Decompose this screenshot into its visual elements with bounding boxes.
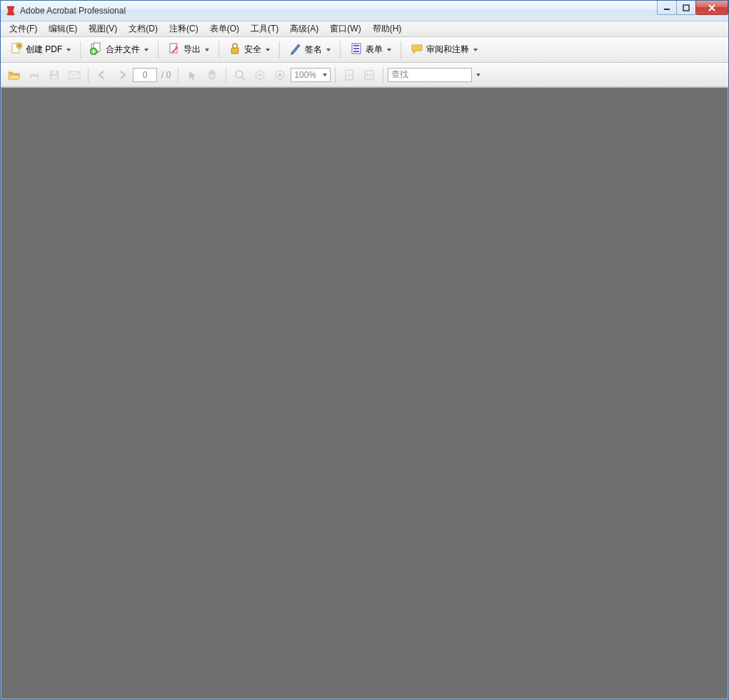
menu-document[interactable]: 文档(D) xyxy=(123,21,164,36)
combine-files-button[interactable]: 合并文件 xyxy=(85,40,154,60)
dropdown-icon xyxy=(205,49,209,51)
menu-file[interactable]: 文件(F) xyxy=(4,21,43,36)
svg-rect-10 xyxy=(353,45,359,46)
menubar: 文件(F) 编辑(E) 视图(V) 文档(D) 注释(C) 表单(O) 工具(T… xyxy=(1,21,728,37)
folder-open-icon xyxy=(8,69,21,81)
dropdown-icon xyxy=(266,49,270,51)
dropdown-icon xyxy=(323,74,327,76)
window-title: Adobe Acrobat Professional xyxy=(20,6,126,16)
export-icon xyxy=(168,42,181,57)
zoom-marquee-icon xyxy=(234,69,246,81)
hand-icon xyxy=(206,69,218,81)
sign-label: 签名 xyxy=(305,44,322,56)
arrow-right-icon xyxy=(117,70,127,80)
print-button[interactable] xyxy=(25,66,44,84)
forms-label: 表单 xyxy=(366,44,383,56)
sign-button[interactable]: 签名 xyxy=(284,40,336,60)
prev-page-button[interactable] xyxy=(93,66,111,84)
titlebar: Adobe Acrobat Professional xyxy=(1,1,728,21)
svg-rect-18 xyxy=(51,76,57,79)
export-label: 导出 xyxy=(183,44,201,56)
separator xyxy=(335,67,336,83)
zoom-out-button[interactable] xyxy=(251,66,269,84)
create-pdf-label: 创建 PDF xyxy=(26,44,62,56)
svg-rect-8 xyxy=(231,48,238,54)
find-input[interactable]: 查找 xyxy=(388,68,472,82)
file-toolbar: / 0 100% 查找 xyxy=(1,63,728,87)
separator xyxy=(279,41,280,59)
marquee-zoom-button[interactable] xyxy=(231,66,249,84)
minimize-button[interactable] xyxy=(657,1,677,15)
menu-comments[interactable]: 注释(C) xyxy=(164,21,204,36)
find-dropdown-icon[interactable] xyxy=(476,74,481,76)
cursor-icon xyxy=(187,69,197,81)
document-area xyxy=(1,87,728,699)
fit-width-button[interactable] xyxy=(360,66,378,84)
menu-window[interactable]: 窗口(W) xyxy=(324,21,366,36)
zoom-value-label: 100% xyxy=(294,70,316,80)
select-tool-button[interactable] xyxy=(183,66,201,84)
menu-help[interactable]: 帮助(H) xyxy=(367,21,408,36)
create-pdf-icon xyxy=(10,42,23,57)
separator xyxy=(226,67,226,83)
save-button[interactable] xyxy=(45,66,64,84)
next-page-button[interactable] xyxy=(113,66,131,84)
fit-width-icon xyxy=(363,69,375,81)
separator xyxy=(401,41,401,59)
svg-rect-0 xyxy=(664,9,670,10)
dropdown-icon xyxy=(66,49,71,51)
app-window: Adobe Acrobat Professional 文件(F) 编辑(E) 视… xyxy=(0,0,729,700)
svg-rect-17 xyxy=(52,71,56,74)
review-label: 审阅和注释 xyxy=(426,44,469,56)
lock-icon xyxy=(228,42,241,57)
menu-advanced[interactable]: 高级(A) xyxy=(284,21,324,36)
svg-rect-12 xyxy=(353,51,359,52)
svg-rect-15 xyxy=(31,76,37,80)
menu-view[interactable]: 视图(V) xyxy=(83,21,123,36)
separator xyxy=(80,41,81,59)
menu-tools[interactable]: 工具(T) xyxy=(245,21,284,36)
svg-rect-1 xyxy=(683,5,689,11)
separator xyxy=(158,41,159,59)
export-button[interactable]: 导出 xyxy=(163,40,214,60)
security-button[interactable]: 安全 xyxy=(223,40,275,60)
hand-tool-button[interactable] xyxy=(203,66,221,84)
forms-button[interactable]: 表单 xyxy=(345,40,396,60)
open-button[interactable] xyxy=(5,66,24,84)
combine-label: 合并文件 xyxy=(106,44,140,56)
separator xyxy=(340,41,341,59)
combine-icon xyxy=(90,42,103,57)
acrobat-icon xyxy=(5,5,16,16)
dropdown-icon xyxy=(387,49,391,51)
menu-edit[interactable]: 编辑(E) xyxy=(43,21,83,36)
svg-rect-24 xyxy=(347,75,351,76)
dropdown-icon xyxy=(473,49,478,51)
dropdown-icon xyxy=(144,49,149,51)
separator xyxy=(88,67,89,83)
arrow-left-icon xyxy=(97,70,107,80)
find-placeholder: 查找 xyxy=(391,69,408,81)
minus-circle-icon xyxy=(254,69,266,81)
save-icon xyxy=(49,69,60,81)
fit-page-icon xyxy=(344,69,354,81)
fit-page-button[interactable] xyxy=(340,66,358,84)
create-pdf-button[interactable]: 创建 PDF xyxy=(5,40,76,60)
zoom-level-select[interactable]: 100% xyxy=(291,68,331,82)
svg-point-20 xyxy=(236,71,243,78)
menu-forms[interactable]: 表单(O) xyxy=(204,21,245,36)
security-label: 安全 xyxy=(244,44,261,56)
window-controls xyxy=(658,1,728,15)
page-number-input[interactable] xyxy=(133,68,157,82)
pen-icon xyxy=(289,42,302,57)
forms-icon xyxy=(350,42,363,57)
maximize-button[interactable] xyxy=(676,1,696,15)
email-button[interactable] xyxy=(65,66,84,84)
separator xyxy=(218,41,219,59)
task-toolbar: 创建 PDF 合并文件 导出 安全 签名 表单 xyxy=(1,37,728,63)
separator xyxy=(178,67,179,83)
close-button[interactable] xyxy=(695,1,728,15)
zoom-in-button[interactable] xyxy=(271,66,289,84)
review-button[interactable]: 审阅和注释 xyxy=(406,40,483,60)
envelope-icon xyxy=(68,70,81,80)
dropdown-icon xyxy=(326,49,331,51)
